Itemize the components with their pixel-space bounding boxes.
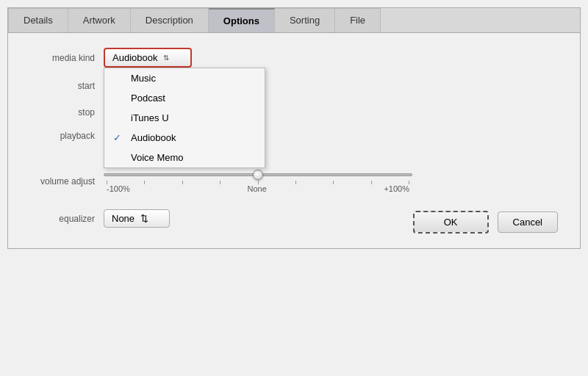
dropdown-item-music[interactable]: Music	[104, 68, 265, 88]
button-row: OK Cancel	[413, 211, 558, 234]
media-kind-value: Audiobook	[112, 52, 157, 63]
dialog: Details Artwork Description Options Sort…	[7, 7, 581, 249]
dropdown-item-podcast[interactable]: Podcast	[104, 88, 265, 108]
content-area: media kind Audiobook ⇅ Music Podcast iTu…	[8, 33, 580, 248]
media-kind-button[interactable]: Audiobook ⇅	[104, 48, 192, 68]
equalizer-button[interactable]: None ⇅	[104, 209, 170, 228]
slider-labels: -100% None +100%	[104, 184, 412, 193]
dropdown-item-itunes-u[interactable]: iTunes U	[104, 108, 265, 128]
volume-slider-track[interactable]	[104, 173, 412, 176]
media-kind-dropdown: Music Podcast iTunes U Audiobook Voice M…	[104, 68, 265, 168]
volume-slider-container: -100% None +100%	[104, 169, 412, 193]
dropdown-item-voice-memo[interactable]: Voice Memo	[104, 148, 265, 167]
tab-bar: Details Artwork Description Options Sort…	[8, 8, 580, 33]
volume-label: volume adjust	[30, 176, 104, 187]
chevron-updown-icon: ⇅	[163, 54, 169, 62]
start-label: start	[30, 81, 104, 91]
stop-label: stop	[30, 107, 104, 118]
tab-options[interactable]: Options	[209, 8, 275, 32]
cancel-button[interactable]: Cancel	[498, 212, 558, 233]
equalizer-value: None	[112, 213, 135, 224]
volume-row: volume adjust -100%	[30, 169, 558, 193]
tab-sorting[interactable]: Sorting	[275, 8, 335, 32]
dropdown-item-audiobook[interactable]: Audiobook	[104, 128, 265, 148]
playback-label: playback	[30, 131, 104, 141]
ok-button[interactable]: OK	[413, 211, 489, 234]
tab-file[interactable]: File	[335, 8, 381, 32]
media-kind-select[interactable]: Audiobook ⇅ Music Podcast iTunes U Audio…	[104, 48, 192, 68]
tab-artwork[interactable]: Artwork	[68, 8, 131, 32]
slider-max-label: +100%	[384, 184, 409, 193]
eq-chevron-icon: ⇅	[140, 213, 148, 224]
tab-details[interactable]: Details	[8, 8, 68, 32]
tab-description[interactable]: Description	[131, 8, 209, 32]
equalizer-label: equalizer	[30, 214, 104, 224]
equalizer-row: equalizer None ⇅	[30, 209, 170, 228]
media-kind-row: media kind Audiobook ⇅ Music Podcast iTu…	[30, 48, 558, 68]
media-kind-label: media kind	[30, 53, 104, 63]
volume-slider-thumb[interactable]	[253, 170, 263, 180]
slider-mid-label: None	[247, 184, 266, 193]
slider-min-label: -100%	[107, 184, 130, 193]
